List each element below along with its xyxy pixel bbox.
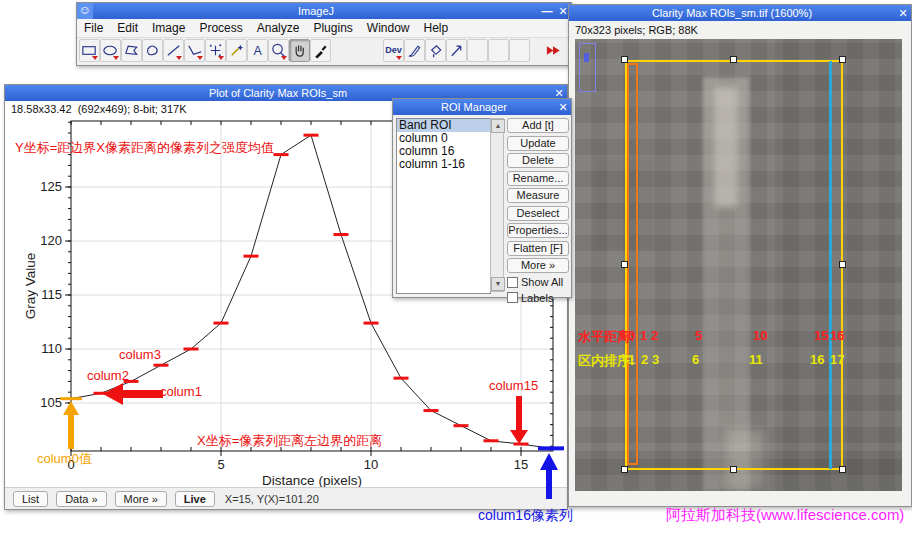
update-button[interactable]: Update <box>507 136 569 151</box>
live-button[interactable]: Live <box>175 491 215 507</box>
svg-text:110: 110 <box>41 341 62 356</box>
scroll-up-button[interactable]: ▲ <box>491 119 505 133</box>
rename-button[interactable]: Rename... <box>507 171 569 186</box>
handle-bottom-center[interactable] <box>730 466 737 473</box>
handle-top-center[interactable] <box>730 56 737 63</box>
menu-window[interactable]: Window <box>360 20 417 36</box>
roi-list-scrollbar[interactable]: ▲ ▼ <box>490 118 504 292</box>
image-window-close-button[interactable]: ✕ <box>895 5 911 21</box>
labels-label: Labels <box>521 292 553 304</box>
line-tool-button[interactable] <box>163 39 184 62</box>
scroll-down-button[interactable]: ▼ <box>491 277 505 291</box>
roi-manager-window: ROI Manager ✕ Band ROI column 0 column 1… <box>392 98 572 298</box>
image-canvas[interactable]: 水平距离: 0 1 2 5 10 15 16 区内排序: 1 2 3 6 11 … <box>575 39 902 491</box>
annotation-y-axis-note: Y坐标=距边界X像素距离的像素列之强度均值 <box>15 139 274 157</box>
yellow-row-label: 区内排序: <box>578 352 634 370</box>
rectangle-tool-button[interactable] <box>79 39 100 62</box>
roi-manager-close-button[interactable]: ✕ <box>555 99 571 115</box>
wand-tool-button[interactable] <box>226 39 247 62</box>
more-tools-button[interactable] <box>543 39 564 62</box>
svg-text:5: 5 <box>217 457 224 472</box>
annotation-colum0: colum0值 <box>37 450 92 468</box>
checkbox-icon[interactable] <box>507 277 518 288</box>
column0-roi-rect[interactable] <box>627 63 638 465</box>
annotation-colum16: colum16像素列 <box>478 507 573 525</box>
text-tool-button[interactable]: A <box>247 39 268 62</box>
arrow-tool-button[interactable] <box>446 39 467 62</box>
show-all-label: Show All <box>521 276 563 288</box>
image-window-title: Clarity Max ROIs_sm.tif (1600%) <box>569 7 895 19</box>
svg-text:125: 125 <box>40 179 62 194</box>
image-window: Clarity Max ROIs_sm.tif (1600%) ✕ 70x323… <box>568 4 912 507</box>
menu-plugins[interactable]: Plugins <box>306 20 359 36</box>
handle-bottom-right[interactable] <box>839 466 846 473</box>
selection-roi-rect[interactable] <box>625 60 843 470</box>
handle-bottom-left[interactable] <box>621 466 628 473</box>
empty-tool-slot[interactable] <box>488 39 509 62</box>
measure-button[interactable]: Measure <box>507 188 569 203</box>
annotation-colum3: colum3 <box>119 347 161 362</box>
annotation-colum15: colum15 <box>489 378 538 393</box>
show-all-checkbox[interactable]: Show All <box>507 276 569 289</box>
svg-text:115: 115 <box>41 287 62 302</box>
imagej-titlebar[interactable]: ☺ ImageJ — ✕ <box>77 3 571 19</box>
brush-tool-button[interactable] <box>404 39 425 62</box>
svg-text:120: 120 <box>40 233 62 248</box>
handle-top-right[interactable] <box>839 56 846 63</box>
polygon-tool-button[interactable] <box>121 39 142 62</box>
menu-process[interactable]: Process <box>192 20 249 36</box>
imagej-window-title: ImageJ <box>93 5 539 17</box>
dev-menu-tool-button[interactable]: Dev <box>383 39 404 62</box>
menu-file[interactable]: File <box>77 20 110 36</box>
image-info-text: 70x323 pixels; RGB; 88K <box>575 24 698 36</box>
oval-tool-button[interactable] <box>100 39 121 62</box>
zoom-indicator-rect <box>579 43 596 92</box>
image-window-titlebar[interactable]: Clarity Max ROIs_sm.tif (1600%) ✕ <box>569 5 911 21</box>
imagej-main-window: ☺ ImageJ — ✕ File Edit Image Process Ana… <box>76 2 572 66</box>
flood-fill-tool-button[interactable] <box>425 39 446 62</box>
freehand-tool-button[interactable] <box>142 39 163 62</box>
checkbox-icon[interactable] <box>507 292 518 303</box>
annotation-colum1: colum1 <box>160 384 202 399</box>
labels-checkbox[interactable]: Labels <box>507 291 569 304</box>
svg-text:Distance (pixels): Distance (pixels) <box>262 473 362 488</box>
flatten-button[interactable]: Flatten [F] <box>507 241 569 256</box>
svg-text:105: 105 <box>40 395 62 410</box>
color-picker-tool-button[interactable] <box>310 39 331 62</box>
empty-tool-slot[interactable] <box>467 39 488 62</box>
screen: ☺ ImageJ — ✕ File Edit Image Process Ana… <box>0 0 912 536</box>
roi-list: Band ROI column 0 column 16 column 1-16 <box>396 118 491 294</box>
plot-cursor-info: 18.58x33.42 (692x469); 8-bit; 317K <box>11 103 187 115</box>
hand-tool-button[interactable] <box>289 39 310 62</box>
list-button[interactable]: List <box>13 491 48 507</box>
data-button[interactable]: Data » <box>56 491 106 507</box>
svg-text:15: 15 <box>514 457 528 472</box>
menubar: File Edit Image Process Analyze Plugins … <box>77 19 571 38</box>
menu-image[interactable]: Image <box>145 20 192 36</box>
zoom-tool-button[interactable] <box>268 39 289 62</box>
minimize-button[interactable]: — <box>539 3 555 19</box>
deselect-button[interactable]: Deselect <box>507 206 569 221</box>
more-button[interactable]: More » <box>115 491 167 507</box>
menu-analyze[interactable]: Analyze <box>250 20 307 36</box>
empty-tool-slot[interactable] <box>509 39 530 62</box>
annotation-colum2: colum2 <box>87 368 129 383</box>
column16-roi-line[interactable] <box>829 61 832 469</box>
menu-help[interactable]: Help <box>417 20 456 36</box>
handle-top-left[interactable] <box>621 56 628 63</box>
delete-button[interactable]: Delete <box>507 153 569 168</box>
roi-item-column-1-16[interactable]: column 1-16 <box>397 158 490 171</box>
handle-middle-left[interactable] <box>621 261 628 268</box>
watermark-text: 阿拉斯加科技(www.lifescience.com) <box>666 506 904 525</box>
more-roi-button[interactable]: More » <box>507 258 569 273</box>
roi-manager-titlebar[interactable]: ROI Manager ✕ <box>393 99 571 115</box>
add-button[interactable]: Add [t] <box>507 118 569 133</box>
properties-button[interactable]: Properties... <box>507 223 569 238</box>
point-tool-button[interactable] <box>205 39 226 62</box>
handle-middle-right[interactable] <box>839 261 846 268</box>
menu-edit[interactable]: Edit <box>110 20 145 36</box>
angle-tool-button[interactable] <box>184 39 205 62</box>
svg-text:Gray Value: Gray Value <box>23 253 38 320</box>
toolbar: A Dev <box>77 38 571 64</box>
annotation-x-axis-note: X坐标=像素列距离左边界的距离 <box>197 432 382 450</box>
